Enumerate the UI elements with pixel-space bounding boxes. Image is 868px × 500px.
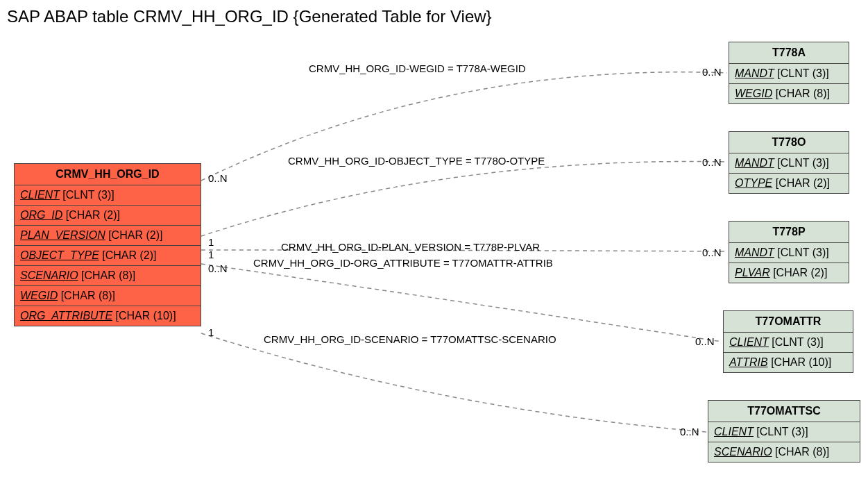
table-row: SCENARIO [CHAR (8)]	[15, 266, 201, 286]
table-row: PLAN_VERSION [CHAR (2)]	[15, 226, 201, 246]
diagram-title: SAP ABAP table CRMV_HH_ORG_ID {Generated…	[7, 7, 492, 26]
table-row: MANDT [CLNT (3)]	[729, 64, 849, 84]
main-table: CRMV_HH_ORG_ID CLIENT [CLNT (3)] ORG_ID …	[14, 163, 201, 326]
cardinality-label: 0..N	[702, 247, 722, 258]
cardinality-label: 0..N	[208, 262, 228, 274]
cardinality-label: 0..N	[680, 426, 699, 438]
table-row: CLIENT [CLNT (3)]	[15, 185, 201, 206]
ref-table-t778a: T778A MANDT [CLNT (3)] WEGID [CHAR (8)]	[729, 42, 849, 104]
ref-table-header: T77OMATTSC	[708, 401, 860, 422]
table-row: WEGID [CHAR (8)]	[729, 84, 849, 103]
ref-table-header: T778A	[729, 42, 849, 64]
cardinality-label: 0..N	[702, 156, 722, 168]
table-row: MANDT [CLNT (3)]	[729, 243, 849, 263]
table-row: PLVAR [CHAR (2)]	[729, 263, 849, 283]
table-row: SCENARIO [CHAR (8)]	[708, 442, 860, 462]
ref-table-t77omattr: T77OMATTR CLIENT [CLNT (3)] ATTRIB [CHAR…	[723, 310, 853, 373]
table-row: ATTRIB [CHAR (10)]	[724, 353, 853, 372]
relation-label: CRMV_HH_ORG_ID-SCENARIO = T77OMATTSC-SCE…	[264, 333, 556, 345]
cardinality-label: 1	[208, 326, 214, 338]
cardinality-label: 1	[208, 249, 214, 260]
table-row: ORG_ATTRIBUTE [CHAR (10)]	[15, 306, 201, 326]
main-table-header: CRMV_HH_ORG_ID	[15, 164, 201, 185]
table-row: MANDT [CLNT (3)]	[729, 153, 849, 174]
relation-label: CRMV_HH_ORG_ID-PLAN_VERSION = T778P-PLVA…	[281, 241, 540, 253]
table-row: CLIENT [CLNT (3)]	[708, 422, 860, 442]
cardinality-label: 0..N	[695, 335, 715, 347]
ref-table-t778p: T778P MANDT [CLNT (3)] PLVAR [CHAR (2)]	[729, 221, 849, 283]
relation-label: CRMV_HH_ORG_ID-WEGID = T778A-WEGID	[309, 62, 526, 74]
ref-table-header: T77OMATTR	[724, 311, 853, 333]
ref-table-t778o: T778O MANDT [CLNT (3)] OTYPE [CHAR (2)]	[729, 131, 849, 194]
relation-label: CRMV_HH_ORG_ID-OBJECT_TYPE = T778O-OTYPE	[288, 155, 545, 167]
table-row: ORG_ID [CHAR (2)]	[15, 206, 201, 226]
cardinality-label: 0..N	[702, 66, 722, 78]
cardinality-label: 0..N	[208, 172, 228, 184]
cardinality-label: 1	[208, 236, 214, 248]
table-row: OBJECT_TYPE [CHAR (2)]	[15, 246, 201, 266]
table-row: WEGID [CHAR (8)]	[15, 286, 201, 306]
table-row: OTYPE [CHAR (2)]	[729, 174, 849, 193]
ref-table-t77omattsc: T77OMATTSC CLIENT [CLNT (3)] SCENARIO [C…	[708, 400, 860, 462]
ref-table-header: T778O	[729, 132, 849, 153]
table-row: CLIENT [CLNT (3)]	[724, 333, 853, 353]
relation-label: CRMV_HH_ORG_ID-ORG_ATTRIBUTE = T77OMATTR…	[253, 257, 553, 269]
ref-table-header: T778P	[729, 222, 849, 243]
